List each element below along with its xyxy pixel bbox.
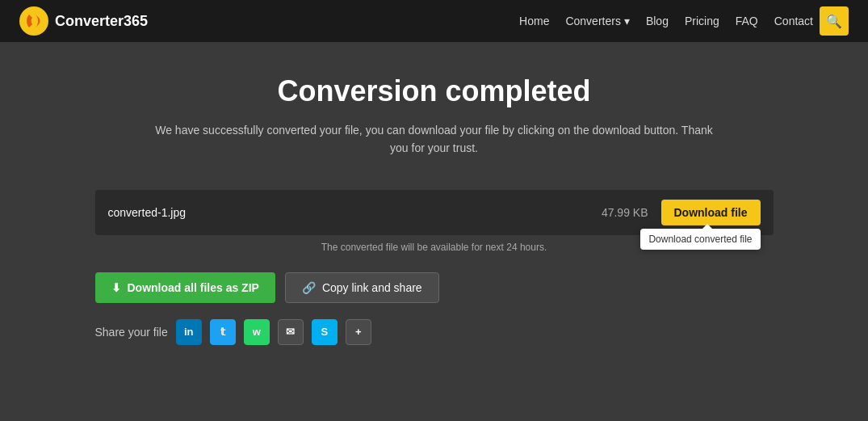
logo-icon [19,6,48,36]
tooltip-text: Download converted file [648,234,752,245]
download-zip-button[interactable]: ⬇ Download all files as ZIP [95,272,275,303]
nav-link-pricing[interactable]: Pricing [685,15,719,27]
search-icon: 🔍 [826,14,842,29]
nav-link-contact[interactable]: Contact [774,15,813,27]
download-zip-label: Download all files as ZIP [128,281,259,294]
share-label: Share your file [95,326,168,339]
file-name: converted-1.jpg [108,206,187,219]
nav-link-converters[interactable]: Converters ▾ [565,15,629,27]
nav-item-faq[interactable]: FAQ [736,14,758,28]
copy-link-label: Copy link and share [322,281,422,294]
share-twitter-button[interactable]: 𝕥 [210,319,236,345]
share-row: Share your file in 𝕥 w ✉ S + [95,319,774,345]
chevron-down-icon: ▾ [624,15,630,27]
linkedin-icon: in [184,326,194,338]
copy-icon: 🔗 [302,281,316,294]
email-icon: ✉ [286,326,295,338]
file-size: 47.99 KB [602,206,648,219]
whatsapp-icon: w [253,326,261,338]
download-file-button[interactable]: Download file [661,200,761,225]
svg-point-0 [19,6,48,36]
share-skype-button[interactable]: S [312,319,338,345]
download-tooltip: Download converted file [640,229,760,250]
nav-item-home[interactable]: Home [519,14,549,28]
nav-link-blog[interactable]: Blog [646,15,669,27]
nav-item-pricing[interactable]: Pricing [685,14,719,28]
file-row: converted-1.jpg 47.99 KB Download file D… [95,190,774,235]
copy-link-button[interactable]: 🔗 Copy link and share [285,272,439,303]
share-more-button[interactable]: + [346,319,371,345]
page-title: Conversion completed [277,74,590,108]
logo-text: Converter365 [55,13,148,30]
nav-link-faq[interactable]: FAQ [736,15,758,27]
search-button[interactable]: 🔍 [820,6,849,36]
file-right: 47.99 KB Download file [602,200,761,225]
nav-item-contact[interactable]: Contact [774,14,813,28]
share-whatsapp-button[interactable]: w [244,319,270,345]
nav-links: Home Converters ▾ Blog Pricing FAQ Conta… [519,14,813,28]
download-icon: ⬇ [111,281,121,294]
navbar: Converter365 Home Converters ▾ Blog Pric… [0,0,868,42]
nav-link-home[interactable]: Home [519,15,549,27]
nav-item-blog[interactable]: Blog [646,14,669,28]
main-content: Conversion completed We have successfull… [0,42,868,361]
skype-icon: S [321,326,328,338]
logo[interactable]: Converter365 [19,6,148,36]
nav-item-converters[interactable]: Converters ▾ [565,15,629,27]
more-icon: + [355,326,362,338]
twitter-icon: 𝕥 [220,326,225,338]
page-subtitle: We have successfully converted your file… [152,121,717,158]
share-linkedin-button[interactable]: in [176,319,202,345]
share-email-button[interactable]: ✉ [278,319,304,345]
action-buttons: ⬇ Download all files as ZIP 🔗 Copy link … [95,272,774,303]
